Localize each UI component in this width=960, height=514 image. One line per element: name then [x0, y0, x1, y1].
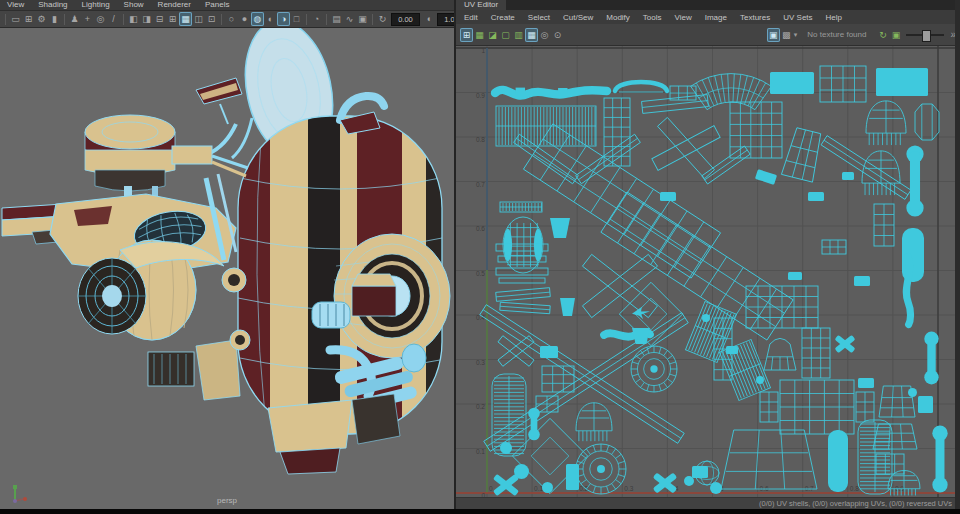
isolate-select-icon[interactable]: ◔ — [310, 12, 323, 26]
texture-borders-icon[interactable]: ▢ — [499, 28, 512, 42]
shadows-icon[interactable]: ◑ — [277, 12, 290, 26]
uv-menu-view[interactable]: View — [675, 13, 692, 22]
uv-shell[interactable] — [604, 98, 630, 166]
uv-shell[interactable] — [542, 366, 574, 392]
uv-shell[interactable] — [514, 134, 579, 183]
grid-toggle-icon[interactable]: ▦ — [525, 28, 538, 42]
uv-shell[interactable] — [730, 102, 782, 158]
uv-shell[interactable] — [842, 172, 854, 180]
exposure-field[interactable]: 0.00 — [391, 13, 420, 26]
uv-shell[interactable] — [653, 472, 678, 493]
uv-shell[interactable] — [495, 88, 607, 96]
panel-single-icon[interactable]: ◧ — [127, 12, 140, 26]
panel-four-icon[interactable]: ⊞ — [166, 12, 179, 26]
camera-bookmark-icon[interactable]: ⊞ — [22, 12, 35, 26]
uv-shell[interactable] — [498, 336, 534, 367]
uv-menu-uv-sets[interactable]: UV Sets — [783, 13, 812, 22]
menu-show[interactable]: Show — [124, 0, 144, 10]
uv-canvas[interactable]: 10.90.80.70.60.50.40.30.20.1000.10.20.30… — [456, 46, 960, 497]
panel-stack-icon[interactable]: ⊟ — [153, 12, 166, 26]
character-icon[interactable]: ♟ — [68, 12, 81, 26]
uv-shell[interactable] — [496, 288, 551, 302]
uv-distortion-icon[interactable]: ⊞ — [460, 28, 473, 42]
pixel-snap-icon[interactable]: ◎ — [538, 28, 551, 42]
uv-shell[interactable] — [650, 116, 722, 180]
camera-settings-icon[interactable]: ⚙ — [35, 12, 48, 26]
pivot-icon[interactable]: ◎ — [94, 12, 107, 26]
image-plane-icon[interactable]: ▣ — [356, 12, 369, 26]
uv-shell[interactable] — [692, 466, 708, 478]
uv-shell[interactable] — [770, 72, 814, 94]
uv-shell[interactable] — [560, 298, 575, 316]
pencil-icon[interactable]: / — [107, 12, 120, 26]
menu-shading[interactable]: Shading — [38, 0, 67, 10]
uv-shell[interactable] — [702, 146, 750, 184]
uv-shell[interactable] — [764, 338, 796, 370]
uv-shell[interactable] — [500, 302, 550, 313]
uv-shell[interactable] — [918, 396, 933, 413]
uv-shell[interactable] — [906, 257, 910, 325]
panel-grid-icon[interactable]: ▦ — [179, 12, 192, 26]
uv-shell[interactable] — [915, 104, 939, 140]
uv-shell[interactable] — [528, 408, 540, 441]
uv-menu-tools[interactable]: Tools — [643, 13, 662, 22]
uv-shell[interactable] — [576, 403, 612, 441]
uv-shell[interactable] — [828, 430, 848, 492]
uv-shell[interactable] — [582, 254, 657, 317]
shaded-sphere-icon[interactable]: ● — [238, 12, 251, 26]
uv-shell[interactable] — [496, 106, 596, 146]
menu-panels[interactable]: Panels — [205, 0, 229, 10]
menu-view[interactable]: View — [7, 0, 24, 10]
uv-editor-title[interactable]: UV Editor — [456, 0, 506, 10]
uv-shell[interactable] — [820, 66, 866, 102]
uv-shell[interactable] — [660, 192, 676, 201]
uv-shell[interactable] — [756, 376, 764, 384]
uv-shell[interactable] — [755, 169, 777, 185]
uv-menu-cut-sew[interactable]: Cut/Sew — [563, 13, 593, 22]
uv-shell[interactable] — [908, 388, 917, 397]
uv-shell[interactable] — [631, 346, 677, 392]
uv-shell[interactable] — [866, 101, 906, 145]
uv-shell[interactable] — [503, 217, 543, 273]
uv-shell[interactable] — [714, 318, 732, 380]
uv-shell[interactable] — [834, 335, 855, 353]
image-display-icon[interactable]: ▣ — [767, 28, 780, 42]
uv-shell[interactable] — [856, 392, 874, 422]
uv-shell[interactable] — [760, 392, 778, 422]
panel-outline-icon[interactable]: ⊡ — [205, 12, 218, 26]
uv-shell[interactable] — [862, 151, 900, 195]
exposure-icon[interactable]: ↻ — [376, 12, 389, 26]
uv-shell[interactable] — [808, 192, 824, 201]
uv-shell[interactable] — [500, 442, 512, 454]
uv-menu-edit[interactable]: Edit — [464, 13, 478, 22]
uv-shell[interactable] — [788, 272, 802, 280]
uv-shell[interactable] — [710, 482, 722, 494]
uv-shell[interactable] — [540, 346, 558, 358]
grease-pencil-icon[interactable]: ∿ — [343, 12, 356, 26]
uv-shell[interactable] — [932, 426, 947, 493]
menu-lighting[interactable]: Lighting — [82, 0, 110, 10]
uv-shell[interactable] — [874, 204, 894, 246]
uv-menu-select[interactable]: Select — [528, 13, 550, 22]
uv-shell[interactable] — [550, 218, 570, 238]
camcorder-icon[interactable]: ▭ — [9, 12, 22, 26]
uv-menu-create[interactable]: Create — [491, 13, 515, 22]
uv-shell[interactable] — [802, 328, 830, 378]
panel-split-icon[interactable]: ◫ — [192, 12, 205, 26]
uv-shell[interactable] — [821, 136, 911, 200]
image-dim-slider[interactable] — [906, 30, 944, 40]
edge-borders-icon[interactable]: ▥ — [512, 28, 525, 42]
uv-shell[interactable] — [924, 332, 938, 385]
chevron-down-icon[interactable]: ▾ — [794, 31, 798, 39]
textured-sphere-icon[interactable]: ◍ — [251, 12, 264, 26]
uv-shell[interactable] — [780, 380, 854, 434]
image-icon[interactable]: ▣ — [889, 28, 902, 42]
uv-overlap-icon[interactable]: ◪ — [486, 28, 499, 42]
cube-icon[interactable]: □ — [290, 12, 303, 26]
viewport-3d[interactable]: persp — [0, 28, 454, 509]
lighting-sphere-icon[interactable]: ◐ — [264, 12, 277, 26]
uv-shell[interactable] — [566, 464, 579, 490]
uv-shell[interactable] — [500, 202, 542, 212]
menu-renderer[interactable]: Renderer — [158, 0, 191, 10]
uv-shell[interactable] — [702, 314, 710, 322]
